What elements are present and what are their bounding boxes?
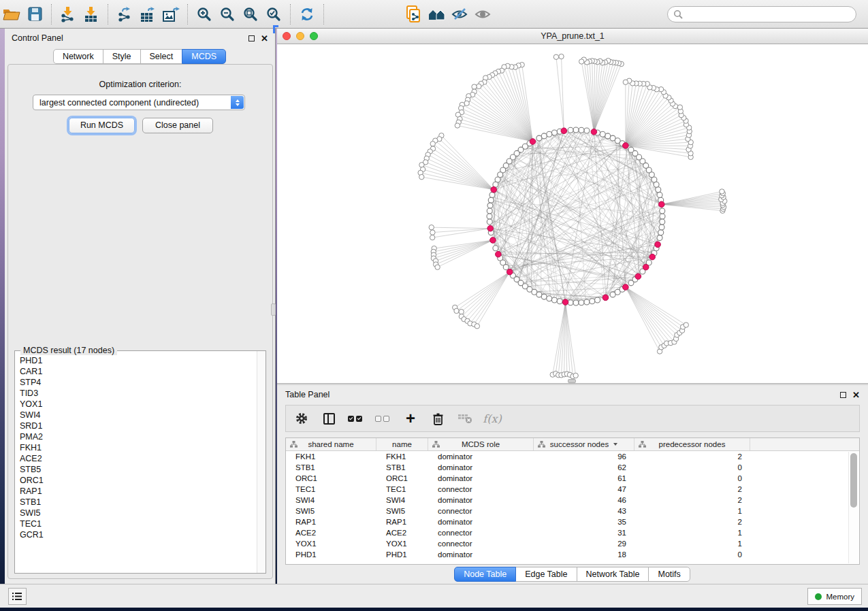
save-session-icon[interactable]	[23, 3, 46, 25]
mcds-result-list[interactable]: PHD1CAR1STP4TID3YOX1SWI4SRD1PMA2FKH1ACE2…	[16, 355, 256, 572]
network-window-title: YPA_prune.txt_1	[277, 31, 868, 41]
export-network-icon[interactable]	[113, 3, 136, 25]
run-mcds-button[interactable]: Run MCDS	[69, 118, 135, 133]
close-panel-icon[interactable]: ✕	[852, 391, 860, 399]
network-view-window: YPA_prune.txt_1	[277, 29, 868, 383]
search-input[interactable]	[667, 6, 856, 22]
mcds-result-item[interactable]: STP4	[20, 377, 256, 388]
task-history-button[interactable]	[8, 588, 27, 605]
table-cell: 0	[634, 462, 750, 473]
mcds-result-item[interactable]: SWI4	[20, 410, 256, 420]
table-row[interactable]: PHD1PHD1dominator180	[286, 549, 859, 560]
network-graph[interactable]	[277, 44, 868, 383]
mcds-result-item[interactable]: SRD1	[20, 420, 256, 431]
close-panel-button[interactable]: Close panel	[142, 118, 213, 133]
tab-motifs[interactable]: Motifs	[648, 567, 690, 582]
table-cell: 2	[634, 484, 750, 495]
mcds-result-item[interactable]: ACE2	[20, 453, 256, 464]
tab-network[interactable]: Network	[53, 49, 103, 64]
mcds-result-item[interactable]: CAR1	[20, 366, 256, 377]
show-all-icon[interactable]	[472, 3, 495, 25]
mcds-result-scrollbar[interactable]	[257, 351, 266, 573]
clone-network-icon[interactable]	[402, 3, 425, 25]
column-header-shared-name[interactable]: shared name	[286, 438, 376, 450]
table-row[interactable]: RAP1RAP1dominator352	[286, 516, 859, 527]
table-cell: 0	[634, 549, 750, 560]
mcds-result-item[interactable]: FKH1	[20, 442, 256, 453]
memory-button[interactable]: Memory	[807, 588, 862, 605]
tab-select[interactable]: Select	[140, 49, 183, 64]
close-panel-icon[interactable]: ✕	[261, 34, 268, 43]
mcds-result-item[interactable]: STB1	[20, 497, 256, 508]
refresh-icon[interactable]	[295, 3, 319, 25]
mcds-result-item[interactable]: PMA2	[20, 431, 256, 442]
mcds-result-item[interactable]: PHD1	[20, 355, 256, 366]
mcds-tab-content: Optimization criterion: largest connecte…	[7, 64, 273, 579]
table-cell: 43	[534, 506, 634, 516]
criterion-dropdown[interactable]: largest connected component (undirected)	[33, 95, 245, 110]
table-row[interactable]: ORC1ORC1dominator610	[286, 473, 859, 484]
mcds-result-item[interactable]: SWI5	[20, 508, 256, 518]
table-row[interactable]: YOX1YOX1connector291	[286, 538, 859, 549]
table-settings-gear-icon[interactable]	[293, 410, 310, 427]
table-cell: connector	[428, 484, 534, 495]
table-cell: dominator	[428, 473, 534, 484]
import-network-icon[interactable]	[57, 3, 80, 25]
table-cell: connector	[428, 538, 534, 549]
table-row[interactable]: FKH1FKH1dominator962	[286, 451, 859, 462]
vertical-splitter-handle[interactable]	[271, 303, 276, 316]
first-neighbors-icon[interactable]	[425, 3, 449, 25]
open-session-icon[interactable]	[0, 3, 23, 25]
zoom-in-icon[interactable]	[193, 3, 216, 25]
show-columns-icon[interactable]	[320, 410, 338, 427]
table-row[interactable]: SWI4SWI4dominator462	[286, 495, 859, 506]
mcds-result-item[interactable]: TID3	[20, 388, 256, 399]
column-header-predecessor-nodes[interactable]: predecessor nodes	[634, 438, 750, 450]
deselect-all-icon[interactable]	[374, 410, 392, 427]
zoom-selected-icon[interactable]	[262, 3, 285, 25]
export-table-icon[interactable]	[136, 3, 159, 25]
zoom-out-icon[interactable]	[216, 3, 239, 25]
table-row[interactable]: TEC1TEC1connector472	[286, 484, 859, 495]
mcds-result-item[interactable]: RAP1	[20, 486, 256, 497]
column-header-MCDS-role[interactable]: MCDS role	[428, 438, 534, 450]
table-cell: 47	[534, 484, 634, 495]
mcds-result-item[interactable]: YOX1	[20, 399, 256, 410]
table-row[interactable]: STB1STB1dominator620	[286, 462, 859, 473]
tab-network-table[interactable]: Network Table	[577, 567, 649, 582]
table-cell: YOX1	[286, 538, 376, 549]
function-builder-icon[interactable]: f(x)	[483, 410, 501, 427]
hide-selected-icon[interactable]	[449, 3, 472, 25]
table-cell: PHD1	[286, 549, 376, 560]
dropdown-stepper-icon	[231, 96, 244, 109]
delete-table-icon[interactable]	[456, 410, 474, 427]
float-panel-icon[interactable]	[248, 35, 255, 42]
table-scrollbar-thumb[interactable]	[850, 453, 857, 508]
mcds-result-item[interactable]: ORC1	[20, 475, 256, 486]
delete-column-icon[interactable]	[429, 410, 447, 427]
column-header-successor-nodes[interactable]: successor nodes	[534, 438, 634, 450]
float-panel-icon[interactable]	[840, 392, 846, 398]
column-header-name[interactable]: name	[376, 438, 428, 450]
import-table-icon[interactable]	[80, 3, 103, 25]
table-cell: dominator	[428, 549, 534, 560]
export-image-icon[interactable]	[159, 3, 182, 25]
tab-mcds[interactable]: MCDS	[182, 49, 226, 64]
table-row[interactable]: ACE2ACE2connector311	[286, 527, 859, 538]
tab-edge-table[interactable]: Edge Table	[515, 567, 577, 582]
mcds-result-item[interactable]: STB5	[20, 464, 256, 475]
table-cell: ACE2	[376, 527, 428, 538]
select-all-icon[interactable]	[347, 410, 365, 427]
network-canvas[interactable]	[277, 44, 868, 383]
table-row[interactable]: SWI5SWI5connector431	[286, 506, 859, 516]
network-window-titlebar[interactable]: YPA_prune.txt_1	[277, 29, 868, 44]
create-column-icon[interactable]: +	[402, 410, 419, 427]
table-scrollbar[interactable]	[848, 452, 858, 563]
zoom-fit-icon[interactable]	[239, 3, 262, 25]
mcds-result-item[interactable]: GCR1	[20, 529, 256, 540]
table-cell: 2	[634, 495, 750, 506]
tab-node-table[interactable]: Node Table	[454, 567, 516, 582]
mcds-result-item[interactable]: TEC1	[20, 518, 256, 529]
tab-style[interactable]: Style	[103, 49, 141, 64]
splitter-handle[interactable]	[568, 379, 576, 383]
